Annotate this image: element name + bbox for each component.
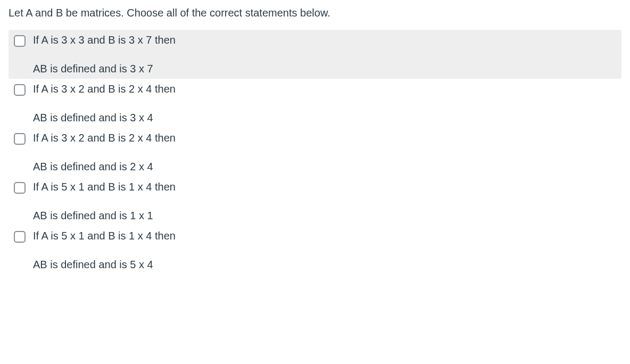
option-row[interactable]: If A is 5 x 1 and B is 1 x 4 then AB is … [9, 177, 621, 226]
option-text: If A is 3 x 3 and B is 3 x 7 then AB is … [33, 33, 616, 77]
option-line2: AB is defined and is 5 x 4 [33, 258, 616, 271]
option-text: If A is 3 x 2 and B is 2 x 4 then AB is … [33, 82, 616, 126]
option-line1: If A is 3 x 2 and B is 2 x 4 then [33, 82, 616, 96]
option-row[interactable]: If A is 3 x 3 and B is 3 x 7 then AB is … [9, 30, 621, 79]
option-line1: If A is 5 x 1 and B is 1 x 4 then [33, 229, 616, 243]
question-prompt: Let A and B be matrices. Choose all of t… [9, 5, 621, 20]
option-line2: AB is defined and is 2 x 4 [33, 160, 616, 173]
option-text: If A is 5 x 1 and B is 1 x 4 then AB is … [33, 229, 616, 272]
option-line2: AB is defined and is 1 x 1 [33, 209, 616, 222]
checkbox[interactable] [14, 231, 26, 243]
checkbox[interactable] [14, 35, 26, 47]
option-line2: AB is defined and is 3 x 4 [33, 111, 616, 125]
option-line1: If A is 5 x 1 and B is 1 x 4 then [33, 180, 616, 194]
checkbox[interactable] [14, 133, 26, 145]
option-text: If A is 5 x 1 and B is 1 x 4 then AB is … [33, 180, 616, 224]
option-row[interactable]: If A is 5 x 1 and B is 1 x 4 then AB is … [9, 226, 621, 275]
options-list: If A is 3 x 3 and B is 3 x 7 then AB is … [9, 30, 621, 275]
option-line1: If A is 3 x 2 and B is 2 x 4 then [33, 131, 616, 145]
option-text: If A is 3 x 2 and B is 2 x 4 then AB is … [33, 131, 616, 175]
option-line1: If A is 3 x 3 and B is 3 x 7 then [33, 33, 616, 47]
option-line2: AB is defined and is 3 x 7 [33, 62, 616, 76]
checkbox[interactable] [14, 84, 26, 96]
option-row[interactable]: If A is 3 x 2 and B is 2 x 4 then AB is … [9, 128, 621, 177]
checkbox[interactable] [14, 182, 26, 194]
option-row[interactable]: If A is 3 x 2 and B is 2 x 4 then AB is … [9, 79, 621, 128]
